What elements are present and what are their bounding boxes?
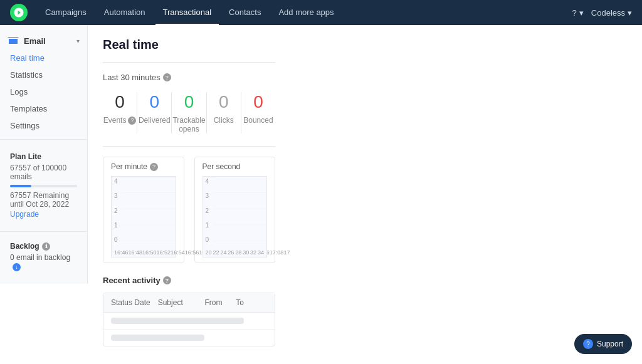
plan-remaining: 67557 Remaining until Oct 28, 2022 (10, 191, 77, 209)
recent-info-icon[interactable]: ? (163, 276, 171, 284)
table-row (103, 313, 275, 330)
backlog-info-icon[interactable]: ℹ (42, 242, 50, 251)
backlog-section: Backlog ℹ 0 email in backlog ↓ (0, 237, 87, 276)
per-minute-info-icon[interactable]: ? (150, 163, 158, 171)
support-label: Support (597, 340, 623, 348)
stat-bounced-value: 0 (241, 92, 275, 112)
sidebar-item-statistics[interactable]: Statistics (0, 66, 87, 83)
backlog-divider (0, 231, 87, 232)
sidebar-email-label: Email (24, 36, 46, 46)
sidebar-divider (0, 139, 87, 140)
col-from-header: From (204, 298, 236, 307)
table-row (103, 330, 275, 346)
skeleton-row-2 (111, 335, 204, 341)
account-label: Codeless (591, 8, 625, 18)
plan-title: Plan Lite (10, 152, 77, 161)
stat-opens-value: 0 (172, 92, 206, 112)
chart-x-labels-minute: 16:4616:4816:5016:5216:5416:5616:5817:00… (112, 244, 176, 257)
backlog-download-icon[interactable]: ↓ (13, 263, 21, 271)
per-second-chart: Per second 43210 (194, 157, 276, 263)
upgrade-link[interactable]: Upgrade (10, 210, 77, 219)
stat-clicks-value: 0 (207, 92, 241, 112)
title-divider (103, 62, 275, 63)
events-info-icon[interactable]: ? (128, 117, 136, 125)
col-date-header: Date (134, 298, 157, 307)
stats-divider (103, 146, 275, 147)
sidebar-email-header[interactable]: Email ▾ (0, 33, 87, 49)
sidebar-email-chevron: ▾ (76, 38, 80, 44)
support-button[interactable]: ? Support (574, 334, 632, 354)
main-content: Real time Last 30 minutes ? 0 Events ? (88, 25, 290, 364)
plan-usage-count: 67557 of 100000 emails (10, 164, 77, 181)
sidebar-item-logs[interactable]: Logs (0, 83, 87, 100)
support-icon: ? (583, 339, 593, 349)
sidebar-item-templates[interactable]: Templates (0, 100, 87, 117)
recent-activity-section: Recent activity ? Status Date Subject Fr… (103, 276, 275, 346)
stat-delivered-label: Delivered (139, 116, 171, 125)
sidebar-item-settings[interactable]: Settings (0, 117, 87, 134)
per-minute-label: Per minute (111, 162, 147, 171)
stat-delivered: 0 Delivered (137, 92, 171, 133)
per-minute-chart: Per minute ? 43210 (103, 157, 184, 263)
nav-campaigns[interactable]: Campaigns (38, 0, 94, 25)
usage-bar (10, 185, 77, 187)
page-title: Real time (103, 38, 275, 52)
last-30-label: Last 30 minutes ? (103, 73, 275, 82)
stat-events-label: Events (103, 116, 127, 125)
table-header: Status Date Subject From To (103, 293, 275, 313)
nav-add-apps[interactable]: Add more apps (271, 0, 341, 25)
usage-fill (10, 185, 31, 187)
stat-events: 0 Events ? (103, 92, 137, 133)
stat-bounced-label: Bounced (243, 116, 273, 125)
per-second-chart-area: 43210 2022242628303 (203, 176, 268, 257)
chart-y-labels: 43210 (112, 177, 122, 244)
recent-activity-label: Recent activity (103, 276, 160, 285)
chart-y-labels-second: 43210 (203, 177, 213, 244)
skeleton-row-1 (111, 318, 244, 324)
col-status-header: Status (111, 298, 134, 307)
chart-x-labels-second: 2022242628303234 (203, 244, 267, 257)
stat-opens: 0 Trackable opens (172, 92, 206, 133)
stat-opens-label: Trackable opens (172, 116, 206, 133)
nav-contacts[interactable]: Contacts (221, 0, 268, 25)
help-menu[interactable]: ? ▾ (572, 8, 584, 18)
col-to-header: To (236, 298, 267, 307)
charts-row: Per minute ? 43210 (103, 157, 275, 263)
nav-automation[interactable]: Automation (97, 0, 153, 25)
stat-events-value: 0 (103, 92, 137, 112)
stats-row: 0 Events ? 0 Delivered 0 (103, 92, 275, 133)
stat-clicks: 0 Clicks (207, 92, 241, 133)
last30-info-icon[interactable]: ? (163, 73, 171, 81)
activity-table: Status Date Subject From To (103, 293, 275, 346)
sidebar: Email ▾ Real time Statistics Logs Templa… (0, 25, 88, 364)
nav-transactional[interactable]: Transactional (155, 0, 219, 25)
stat-delivered-value: 0 (137, 92, 171, 112)
stat-clicks-label: Clicks (214, 116, 234, 125)
backlog-label: Backlog (10, 242, 39, 251)
stat-bounced: 0 Bounced (241, 92, 275, 133)
backlog-count: 0 email in backlog ↓ (10, 253, 77, 271)
col-subject-header: Subject (158, 298, 205, 307)
sidebar-item-realtime[interactable]: Real time (0, 49, 87, 66)
account-chevron: ▾ (628, 8, 632, 18)
top-nav: Campaigns Automation Transactional Conta… (0, 0, 642, 25)
per-minute-chart-area: 43210 16:4616:4816: (111, 176, 176, 257)
help-icon: ? (572, 8, 577, 18)
account-menu[interactable]: Codeless ▾ (591, 8, 632, 18)
email-icon (8, 37, 19, 45)
plan-section: Plan Lite 67557 of 100000 emails 67557 R… (0, 145, 87, 226)
per-second-label: Per second (203, 162, 241, 171)
logo[interactable] (10, 4, 28, 21)
help-chevron: ▾ (579, 8, 584, 18)
